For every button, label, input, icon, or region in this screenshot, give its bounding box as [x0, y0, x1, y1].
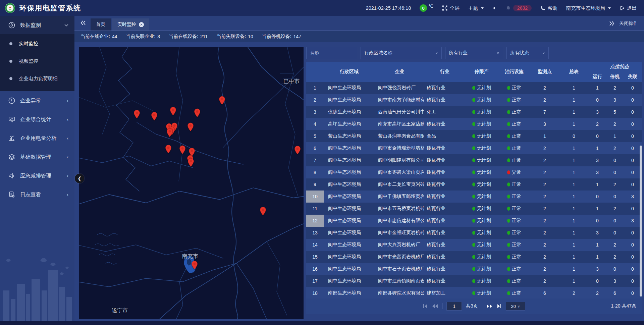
help-button[interactable]: 帮助: [540, 5, 557, 11]
table-row[interactable]: 10阆中生态环境局阆中千佛镇五郎垭页岩砖瓦行业无计划正常21003: [306, 191, 642, 203]
app-header: 环保用电监管系统 2021-02-25 17:46:18 0 ℃ 全屏 主题: [0, 0, 644, 16]
status-dot-icon: [472, 134, 475, 138]
region-cell: 阆中生态环境局: [324, 239, 375, 251]
table-row[interactable]: 15阆中生态环境局阆中市光富页岩机砖厂砖瓦行业无计划正常21120: [306, 251, 642, 263]
sidebar-item-video-monitor[interactable]: 视频监控: [0, 52, 74, 70]
run-count: 3: [589, 106, 606, 118]
table-row[interactable]: 11阆中生态环境局阆中市五马桥页岩机砖砖瓦行业无计划正常21120: [306, 203, 642, 215]
org-dropdown[interactable]: 南充市生态环境局: [566, 5, 611, 11]
meter-count: 1: [559, 82, 589, 94]
region-cell: 阆中生态环境局: [324, 251, 375, 263]
col-header-run[interactable]: 运行: [589, 72, 606, 82]
table-row[interactable]: 13阆中生态环境局阆中市金福旺页岩机砖砖瓦行业无计划正常21300: [306, 227, 642, 239]
map-pin-icon[interactable]: [151, 112, 158, 122]
map-pin-icon[interactable]: [187, 158, 194, 168]
col-header-meters[interactable]: 总表: [559, 62, 589, 82]
sidebar-item-enterprise-stats[interactable]: 企业综合统计 ‹: [0, 110, 74, 129]
status-dot-icon: [507, 122, 510, 126]
facility-status: 正常: [498, 239, 530, 251]
table-row[interactable]: 16阆中生态环境局阆中市石子页岩机砖厂砖瓦行业无计划正常21300: [306, 263, 642, 275]
prev-page-button[interactable]: [432, 304, 438, 309]
table-row[interactable]: 4高坪生态环境局南充市高坪区王家店建砖瓦行业无计划正常31220: [306, 118, 642, 130]
sidebar-item-log-view[interactable]: 日志查看 ‹: [0, 185, 74, 204]
table-row[interactable]: 8阆中生态环境局阆中市枣碧大梁山页岩砖瓦行业无计划异常21300: [306, 166, 642, 178]
sidebar-item-power-analysis[interactable]: 企业用电量分析 ‹: [0, 129, 74, 148]
map-panel[interactable]: 巴中市南充市遂宁市 ❮: [79, 47, 304, 319]
map-pin-icon[interactable]: [179, 145, 186, 156]
close-icon[interactable]: ✕: [139, 22, 144, 27]
sidebar-item-power-load-detail[interactable]: 企业电力负荷明细: [0, 70, 74, 87]
map-pin-icon[interactable]: [219, 96, 225, 106]
table-row[interactable]: 3仪陇生态环境局西南油气田分公司川中化工无计划正常71350: [306, 106, 642, 118]
tab-realtime-monitor[interactable]: 实时监控 ✕: [112, 18, 149, 31]
col-header-limit[interactable]: 停限产: [465, 62, 498, 82]
exit-button[interactable]: 退出: [620, 5, 637, 11]
map-pin-icon[interactable]: [191, 261, 198, 271]
table-row[interactable]: 5营山生态环境局营山县润丰肉食品有限食品无计划正常10010: [306, 130, 642, 142]
table-row[interactable]: 18南部生态环境局南部县碑院水泥有限公建材加工无计划正常62260: [306, 287, 642, 299]
city-skyline-watermark: [0, 250, 74, 322]
map-pin-icon[interactable]: [260, 207, 266, 217]
region-select[interactable]: 行政区域名称 ∨: [361, 47, 442, 59]
map-collapse-button[interactable]: ❮: [75, 174, 84, 183]
map-pin-icon[interactable]: [187, 122, 194, 133]
map-pin-icon[interactable]: [170, 107, 176, 117]
col-header-region[interactable]: 行政区域: [324, 62, 375, 82]
map-pin-icon[interactable]: [166, 128, 173, 139]
fullscreen-button[interactable]: 全屏: [442, 5, 460, 11]
map-pin-icon[interactable]: [194, 108, 201, 119]
app: 环保用电监管系统 2021-02-25 17:46:18 0 ℃ 全屏 主题: [0, 0, 644, 325]
sidebar-item-label: 应急减排管理: [20, 172, 67, 179]
double-chevron-right-icon[interactable]: [609, 21, 614, 26]
col-header-monitor-points[interactable]: 监测点: [530, 62, 559, 82]
col-header-industry[interactable]: 行业: [424, 62, 465, 82]
col-header-lost[interactable]: 失联: [624, 72, 642, 82]
map-pin-icon[interactable]: [133, 110, 140, 120]
next-page-button[interactable]: [486, 304, 492, 309]
table-row[interactable]: 12阆中生态环境局阆中市忠信建材有限公砖瓦行业无计划正常21003: [306, 215, 642, 227]
status-dot-icon: [507, 243, 510, 247]
theme-dropdown[interactable]: 主题: [468, 5, 484, 11]
col-header-stop[interactable]: 停机: [606, 72, 624, 82]
close-operations-button[interactable]: 关闭操作: [619, 20, 638, 26]
table-row[interactable]: 14阆中生态环境局阆中大兴页岩机砖厂砖瓦行业无计划正常21120: [306, 239, 642, 251]
page-size-select[interactable]: 20 ∨: [506, 302, 525, 311]
status-select[interactable]: 所有状态 ∨: [506, 47, 549, 59]
sidebar-item-base-data[interactable]: 基础数据管理 ‹: [0, 148, 74, 166]
chevron-down-icon: ∨: [496, 51, 499, 55]
table-row[interactable]: 7阆中生态环境局阆中明阳建材有限公司砖瓦行业无计划正常21300: [306, 154, 642, 166]
row-index: 18: [306, 287, 324, 299]
notification-area[interactable]: 2632: [506, 5, 532, 11]
lost-count: 0: [624, 227, 642, 239]
table-row[interactable]: 6阆中生态环境局阆中市金博瑞新型墙材砖瓦行业无计划正常21120: [306, 142, 642, 154]
status-dot-icon: [507, 146, 510, 150]
industry-select-value: 所有行业: [449, 50, 468, 56]
col-header-company[interactable]: 企业: [375, 62, 424, 82]
page-number-input[interactable]: [446, 302, 462, 311]
first-page-button[interactable]: [423, 304, 428, 309]
col-header-facility[interactable]: 治污设施: [498, 62, 530, 82]
map-pin-icon[interactable]: [165, 145, 172, 155]
sidebar-item-realtime-monitor[interactable]: 实时监控: [0, 35, 74, 52]
last-page-button[interactable]: [496, 304, 502, 309]
industry-cell: 砖瓦行业: [424, 118, 465, 130]
mute-button[interactable]: [492, 6, 497, 10]
map-pin-icon[interactable]: [294, 146, 301, 156]
table-row[interactable]: 9阆中生态环境局阆中市二龙长宝页岩砖砖瓦行业无计划正常21120: [306, 178, 642, 191]
meter-count: 1: [559, 275, 589, 287]
tab-home[interactable]: 首页: [91, 18, 111, 31]
table-row[interactable]: 1阆中生态环境局阆中强锐页岩砖厂砖瓦行业无计划正常21120: [306, 82, 642, 94]
sidebar-item-emergency-reduction[interactable]: 应急减排管理 ‹: [0, 166, 74, 185]
industry-select[interactable]: 所有行业 ∨: [445, 47, 503, 59]
tabs-scroll-left-button[interactable]: [80, 20, 86, 26]
monitor-count: 2: [530, 203, 559, 215]
lost-count: 0: [624, 251, 642, 263]
company-cell: 阆中市石子页岩机砖厂: [375, 263, 424, 275]
sidebar-item-data-monitor[interactable]: 数据监测: [0, 16, 74, 34]
sidebar-item-enterprise-abnormal[interactable]: 企业异常 ‹: [0, 91, 74, 110]
table-scrollbar-thumb[interactable]: [640, 146, 642, 296]
table-row[interactable]: 2阆中生态环境局阆中市南方节能建材有砖瓦行业无计划正常21030: [306, 94, 642, 106]
name-search-input[interactable]: [306, 47, 357, 59]
table-row[interactable]: 17阆中生态环境局阆中市江南镇阆南页岩砖瓦行业无计划正常21030: [306, 275, 642, 287]
status-dot-icon: [472, 243, 475, 247]
